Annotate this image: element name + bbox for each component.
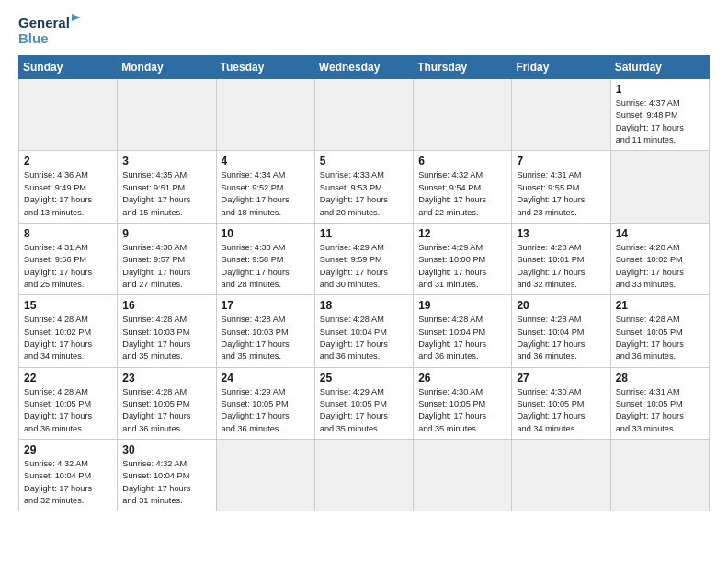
page: General Blue SundayMondayTuesdayWednesda… <box>0 0 728 563</box>
col-header-wednesday: Wednesday <box>314 56 413 79</box>
day-number: 3 <box>122 155 210 167</box>
day-number: 12 <box>418 227 506 240</box>
day-cell: 20Sunrise: 4:28 AMSunset: 10:04 PMDaylig… <box>512 295 610 367</box>
logo-flag-icon <box>70 13 83 26</box>
day-cell <box>610 151 709 223</box>
day-info: Sunrise: 4:29 AMSunset: 10:00 PMDaylight… <box>418 242 506 291</box>
day-number: 10 <box>222 227 310 240</box>
day-cell: 26Sunrise: 4:30 AMSunset: 10:05 PMDaylig… <box>414 367 512 439</box>
empty-cell <box>19 79 118 151</box>
day-cell: 17Sunrise: 4:28 AMSunset: 10:03 PMDaylig… <box>216 295 314 367</box>
day-cell: 5Sunrise: 4:33 AMSunset: 9:53 PMDaylight… <box>314 151 413 223</box>
day-info: Sunrise: 4:37 AMSunset: 9:48 PMDaylight:… <box>616 98 704 146</box>
day-number: 29 <box>24 443 112 456</box>
col-header-friday: Friday <box>512 56 610 79</box>
day-cell: 9Sunrise: 4:30 AMSunset: 9:57 PMDaylight… <box>118 223 216 294</box>
day-info: Sunrise: 4:36 AMSunset: 9:49 PMDaylight:… <box>24 169 112 218</box>
day-info: Sunrise: 4:28 AMSunset: 10:02 PMDaylight… <box>24 314 112 362</box>
day-info: Sunrise: 4:29 AMSunset: 10:05 PMDaylight… <box>320 386 408 435</box>
day-info: Sunrise: 4:31 AMSunset: 9:56 PMDaylight:… <box>24 242 112 291</box>
day-info: Sunrise: 4:31 AMSunset: 10:05 PMDaylight… <box>616 386 704 435</box>
day-number: 21 <box>616 299 704 312</box>
day-cell: 29Sunrise: 4:32 AMSunset: 10:04 PMDaylig… <box>19 439 118 511</box>
logo-text-blue: Blue <box>18 31 70 47</box>
empty-cell <box>216 79 314 151</box>
day-number: 2 <box>24 155 112 167</box>
col-header-sunday: Sunday <box>19 56 118 79</box>
day-cell: 7Sunrise: 4:31 AMSunset: 9:55 PMDaylight… <box>512 151 610 223</box>
day-number: 15 <box>24 299 112 312</box>
day-cell: 12Sunrise: 4:29 AMSunset: 10:00 PMDaylig… <box>414 223 512 294</box>
day-number: 26 <box>418 372 506 385</box>
day-cell: 10Sunrise: 4:30 AMSunset: 9:58 PMDayligh… <box>216 223 314 294</box>
day-cell <box>610 439 709 511</box>
day-number: 23 <box>122 372 210 385</box>
week-row: 8Sunrise: 4:31 AMSunset: 9:56 PMDaylight… <box>19 223 710 294</box>
day-number: 18 <box>320 299 408 312</box>
header-row: SundayMondayTuesdayWednesdayThursdayFrid… <box>19 56 710 79</box>
day-number: 25 <box>320 372 408 385</box>
day-info: Sunrise: 4:28 AMSunset: 10:04 PMDaylight… <box>517 314 605 362</box>
day-cell: 16Sunrise: 4:28 AMSunset: 10:03 PMDaylig… <box>118 295 216 367</box>
day-cell: 27Sunrise: 4:30 AMSunset: 10:05 PMDaylig… <box>512 367 610 439</box>
day-info: Sunrise: 4:28 AMSunset: 10:01 PMDaylight… <box>517 242 605 291</box>
day-info: Sunrise: 4:28 AMSunset: 10:02 PMDaylight… <box>616 242 704 291</box>
day-cell: 30Sunrise: 4:32 AMSunset: 10:04 PMDaylig… <box>118 439 216 511</box>
day-info: Sunrise: 4:28 AMSunset: 10:04 PMDaylight… <box>418 314 506 362</box>
week-row: 22Sunrise: 4:28 AMSunset: 10:05 PMDaylig… <box>19 367 710 439</box>
day-info: Sunrise: 4:31 AMSunset: 9:55 PMDaylight:… <box>517 169 605 218</box>
day-info: Sunrise: 4:33 AMSunset: 9:53 PMDaylight:… <box>320 169 408 218</box>
day-number: 16 <box>122 299 210 312</box>
day-number: 9 <box>122 227 210 240</box>
header: General Blue <box>18 15 710 46</box>
day-info: Sunrise: 4:32 AMSunset: 9:54 PMDaylight:… <box>418 169 506 218</box>
empty-cell <box>118 79 216 151</box>
svg-marker-0 <box>72 14 81 21</box>
day-info: Sunrise: 4:32 AMSunset: 10:04 PMDaylight… <box>122 458 210 507</box>
day-number: 6 <box>418 155 506 167</box>
day-number: 1 <box>616 83 704 96</box>
col-header-tuesday: Tuesday <box>216 56 314 79</box>
day-cell: 24Sunrise: 4:29 AMSunset: 10:05 PMDaylig… <box>216 367 314 439</box>
day-info: Sunrise: 4:30 AMSunset: 9:57 PMDaylight:… <box>122 242 210 291</box>
day-cell: 25Sunrise: 4:29 AMSunset: 10:05 PMDaylig… <box>314 367 413 439</box>
day-cell: 4Sunrise: 4:34 AMSunset: 9:52 PMDaylight… <box>216 151 314 223</box>
day-cell: 21Sunrise: 4:28 AMSunset: 10:05 PMDaylig… <box>610 295 709 367</box>
week-row: 2Sunrise: 4:36 AMSunset: 9:49 PMDaylight… <box>19 151 710 223</box>
empty-cell <box>314 79 413 151</box>
day-number: 11 <box>320 227 408 240</box>
logo-text-general: General <box>18 15 70 30</box>
day-info: Sunrise: 4:30 AMSunset: 10:05 PMDaylight… <box>517 386 605 435</box>
day-cell <box>216 439 314 511</box>
day-number: 30 <box>122 443 210 456</box>
week-row: 15Sunrise: 4:28 AMSunset: 10:02 PMDaylig… <box>19 295 710 367</box>
day-cell: 22Sunrise: 4:28 AMSunset: 10:05 PMDaylig… <box>19 367 118 439</box>
day-info: Sunrise: 4:34 AMSunset: 9:52 PMDaylight:… <box>222 169 310 218</box>
day-info: Sunrise: 4:28 AMSunset: 10:05 PMDaylight… <box>24 386 112 435</box>
day-info: Sunrise: 4:28 AMSunset: 10:03 PMDaylight… <box>222 314 310 362</box>
day-cell: 8Sunrise: 4:31 AMSunset: 9:56 PMDaylight… <box>19 223 118 294</box>
calendar-table: SundayMondayTuesdayWednesdayThursdayFrid… <box>18 55 710 511</box>
day-cell: 6Sunrise: 4:32 AMSunset: 9:54 PMDaylight… <box>414 151 512 223</box>
col-header-thursday: Thursday <box>414 56 512 79</box>
day-cell: 15Sunrise: 4:28 AMSunset: 10:02 PMDaylig… <box>19 295 118 367</box>
day-info: Sunrise: 4:29 AMSunset: 10:05 PMDaylight… <box>222 386 310 435</box>
day-number: 4 <box>222 155 310 167</box>
day-info: Sunrise: 4:30 AMSunset: 9:58 PMDaylight:… <box>222 242 310 291</box>
day-number: 13 <box>517 227 605 240</box>
day-info: Sunrise: 4:28 AMSunset: 10:05 PMDaylight… <box>122 386 210 435</box>
day-cell <box>314 439 413 511</box>
day-cell: 2Sunrise: 4:36 AMSunset: 9:49 PMDaylight… <box>19 151 118 223</box>
day-cell: 1Sunrise: 4:37 AMSunset: 9:48 PMDaylight… <box>610 79 709 151</box>
week-row: 29Sunrise: 4:32 AMSunset: 10:04 PMDaylig… <box>19 439 710 511</box>
col-header-monday: Monday <box>118 56 216 79</box>
day-cell: 18Sunrise: 4:28 AMSunset: 10:04 PMDaylig… <box>314 295 413 367</box>
empty-cell <box>414 79 512 151</box>
day-info: Sunrise: 4:29 AMSunset: 9:59 PMDaylight:… <box>320 242 408 291</box>
day-cell: 23Sunrise: 4:28 AMSunset: 10:05 PMDaylig… <box>118 367 216 439</box>
day-cell: 13Sunrise: 4:28 AMSunset: 10:01 PMDaylig… <box>512 223 610 294</box>
week-row: 1Sunrise: 4:37 AMSunset: 9:48 PMDaylight… <box>19 79 710 151</box>
day-cell: 3Sunrise: 4:35 AMSunset: 9:51 PMDaylight… <box>118 151 216 223</box>
day-number: 14 <box>616 227 704 240</box>
col-header-saturday: Saturday <box>610 56 709 79</box>
